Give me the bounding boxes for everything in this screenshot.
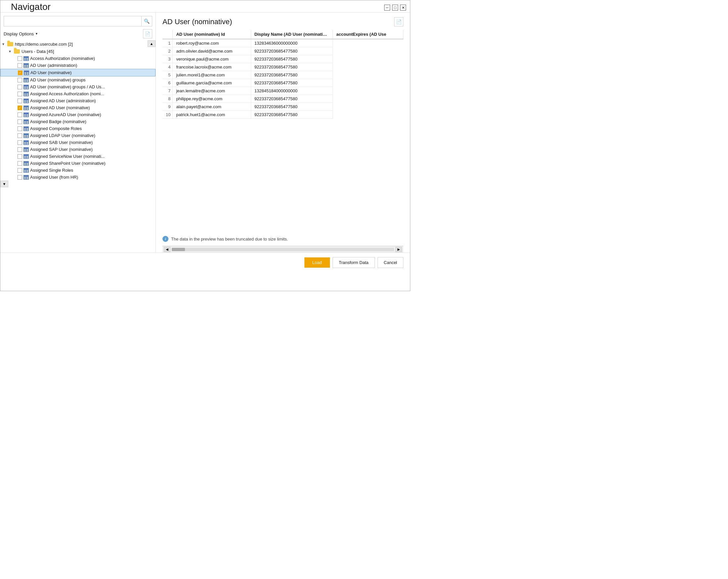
row-col2: 132845184000000000 [251,87,333,95]
transform-data-button[interactable]: Transform Data [333,257,375,268]
scroll-track [172,248,394,251]
col-header-3: accountExpires (AD Use [333,30,404,39]
horizontal-scrollbar[interactable]: ◀ ▶ [162,246,404,253]
list-item[interactable]: ✓ Assigned AD User (nominative) [0,104,156,111]
checkbox-6[interactable] [18,99,22,103]
table-icon [24,91,29,96]
display-options-button[interactable]: Display Options ▼ [4,31,38,36]
tree-root[interactable]: ▼ https://demo.usercube.com [2] [0,41,156,48]
table-row: 7 jean.lemaitre@acme.com 132845184000000… [162,87,404,95]
table-icon [24,85,29,89]
cancel-button[interactable]: Cancel [378,257,404,268]
data-table-container: AD User (nominative) Id Display Name (AD… [156,30,410,232]
tree-container: ▲ ▼ https://demo.usercube.com [2] ▼ User… [0,41,156,253]
search-button[interactable]: 🔍 [141,16,152,26]
table-icon [24,147,29,152]
row-col1: veronique.paul@acme.com [173,55,251,63]
checkbox-16[interactable] [18,168,22,173]
checkbox-14[interactable] [18,154,22,159]
list-item[interactable]: ✓ AD User (nominative) [0,69,156,76]
tree-folder[interactable]: ▼ Users - Data [45] [0,48,156,55]
checkbox-5[interactable] [18,91,22,96]
nav-action-button[interactable]: 📄 [143,29,152,38]
list-item[interactable]: Assigned Badge (nominative) [0,118,156,125]
row-col2: 922337203685477580 [251,79,333,87]
item-label-4: AD User (nominative) groups / AD Us... [30,84,105,89]
minimize-button[interactable]: ─ [384,5,390,10]
row-num: 5 [162,71,173,79]
list-item[interactable]: Assigned Access Authorization (nomi... [0,90,156,97]
list-item[interactable]: Access Authorization (nominative) [0,55,156,62]
title-bar: Navigator ─ □ ✕ [0,0,410,12]
truncate-text: The data in the preview has been truncat… [171,237,288,241]
table-icon [24,126,29,131]
table-icon [24,99,29,103]
checkbox-2[interactable]: ✓ [18,71,23,75]
item-label-0: Access Authorization (nominative) [30,56,95,61]
search-input[interactable] [4,18,141,25]
load-button[interactable]: Load [305,257,330,268]
scroll-up-button[interactable]: ▲ [148,41,156,47]
scroll-thumb[interactable] [172,248,185,251]
export-button[interactable]: 📄 [394,17,404,26]
list-item[interactable]: Assigned Single Roles [0,167,156,174]
export-icon: 📄 [396,19,402,25]
scroll-left-button[interactable]: ◀ [164,247,171,252]
row-num: 2 [162,47,173,55]
list-item[interactable]: Assigned ServiceNow User (nominati... [0,153,156,160]
list-item[interactable]: Assigned AD User (administration) [0,97,156,104]
table-icon [24,161,29,166]
checkbox-7[interactable]: ✓ [18,106,22,110]
footer: Load Transform Data Cancel [0,253,410,272]
row-col2: 922337203685477580 [251,95,333,103]
checkbox-9[interactable] [18,120,22,124]
table-icon [24,175,29,180]
table-icon [24,120,29,124]
item-label-16: Assigned Single Roles [30,168,73,173]
list-item[interactable]: Assigned SharePoint User (nominative) [0,160,156,167]
table-icon [24,133,29,138]
left-panel: 🔍 Display Options ▼ 📄 ▲ ▼ https://demo.u… [0,12,156,253]
window-controls: ─ □ ✕ [384,5,406,10]
list-item[interactable]: AD User (nominative) groups / AD Us... [0,83,156,90]
checkbox-12[interactable] [18,140,22,145]
col-header-2: Display Name (AD User (nominative)) [251,30,333,39]
row-num: 6 [162,79,173,87]
scroll-right-button[interactable]: ▶ [395,247,402,252]
folder-label: Users - Data [45] [22,49,54,54]
checkbox-0[interactable] [18,56,22,61]
list-item[interactable]: Assigned User (from HR) [0,174,156,181]
checkbox-13[interactable] [18,147,22,152]
checkbox-10[interactable] [18,126,22,131]
list-item[interactable]: Assigned SAB User (nominative) [0,139,156,146]
list-item[interactable]: Assigned AzureAD User (nominative) [0,111,156,118]
scroll-down-button[interactable]: ▼ [0,181,8,187]
table-icon [24,154,29,159]
table-icon [24,168,29,173]
table-icon [24,71,29,75]
checkbox-15[interactable] [18,161,22,166]
checkbox-17[interactable] [18,175,22,180]
maximize-button[interactable]: □ [392,5,398,10]
row-num: 4 [162,63,173,71]
checkbox-3[interactable] [18,78,22,82]
chevron-down-icon: ▼ [35,32,38,35]
checkbox-8[interactable] [18,112,22,117]
row-num: 7 [162,87,173,95]
row-col1: alain.payet@acme.com [173,103,251,111]
list-item[interactable]: AD User (nominative) groups [0,76,156,83]
row-col1: philippe.rey@acme.com [173,95,251,103]
close-button[interactable]: ✕ [400,5,406,10]
data-table: AD User (nominative) Id Display Name (AD… [162,30,404,119]
list-item[interactable]: AD User (administration) [0,62,156,69]
list-item[interactable]: Assigned LDAP User (nominative) [0,132,156,139]
root-label: https://demo.usercube.com [2] [15,42,73,47]
table-row: 3 veronique.paul@acme.com 92233720368547… [162,55,404,63]
item-label-8: Assigned AzureAD User (nominative) [30,112,101,117]
table-icon [24,63,29,68]
checkbox-1[interactable] [18,63,22,68]
checkbox-4[interactable] [18,85,22,89]
checkbox-11[interactable] [18,133,22,138]
list-item[interactable]: Assigned SAP User (nominative) [0,146,156,153]
list-item[interactable]: Assigned Composite Roles [0,125,156,132]
